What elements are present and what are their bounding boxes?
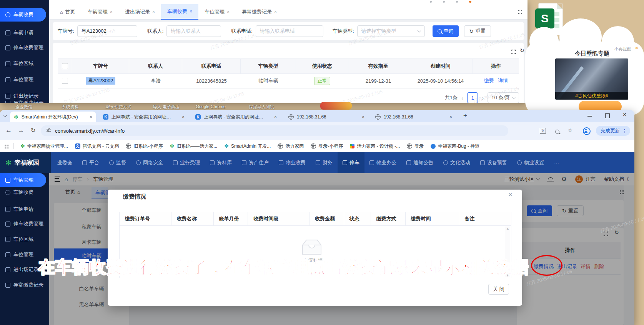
desktop-icon-label[interactable]: 导入·电子票据 bbox=[153, 104, 180, 110]
sidebar-item-vehicle-mgmt-active[interactable]: 车辆管理 bbox=[0, 173, 46, 187]
wallpaper-thumbnail[interactable]: #古风仙侠壁纸# bbox=[555, 58, 628, 100]
new-tab-icon[interactable]: + bbox=[463, 112, 467, 120]
sidebar-item-vehicle-charge[interactable]: 车辆收费 bbox=[0, 188, 49, 197]
tab-abnormal-records[interactable]: 异常缴费记录× bbox=[236, 5, 283, 19]
fullscreen-icon[interactable] bbox=[511, 49, 516, 53]
browser-tab-ip1[interactable]: 192.168.31.66× bbox=[285, 112, 368, 122]
menu-dots-icon[interactable]: ⋮ bbox=[622, 128, 627, 134]
nav-item-parking-active[interactable]: 停车 bbox=[338, 152, 364, 173]
nav-item-library[interactable]: 资料库 bbox=[205, 152, 237, 173]
bookmark-item[interactable]: 登录-小程序 bbox=[307, 143, 346, 150]
detail-link[interactable]: 详情 bbox=[498, 77, 508, 84]
maximize-icon[interactable] bbox=[605, 113, 610, 118]
dismiss-label[interactable]: 不再提醒 bbox=[614, 46, 631, 52]
close-icon[interactable]: × bbox=[227, 9, 230, 15]
bookmark-item[interactable]: 活力家园 bbox=[274, 143, 307, 150]
phone-input[interactable]: 请输入联系电话 bbox=[256, 25, 323, 37]
desktop-icon-label[interactable]: Xftp·快捷方式 bbox=[105, 104, 131, 110]
nav-item-device-alert[interactable]: 设备预警 bbox=[475, 152, 512, 173]
forward-icon[interactable]: → bbox=[18, 127, 24, 134]
sidebar-item-vehicle-apply[interactable]: 车辆申请 bbox=[0, 28, 49, 37]
modal-close-icon[interactable]: × bbox=[508, 191, 513, 199]
pay-link[interactable]: 缴费 bbox=[484, 77, 494, 84]
update-chip[interactable]: 完成更新 ⋮ bbox=[596, 126, 630, 136]
tab-space-mgmt[interactable]: 车位管理× bbox=[198, 5, 236, 19]
modal-close-button[interactable]: 关 闭 bbox=[488, 284, 509, 295]
close-icon[interactable]: × bbox=[362, 114, 364, 120]
nav-item-business[interactable]: 业务受理 bbox=[168, 152, 205, 173]
close-icon[interactable]: × bbox=[274, 9, 277, 15]
tab-home[interactable]: ⌂首页 bbox=[54, 5, 82, 19]
bookmark-item[interactable]: 登录 bbox=[403, 143, 427, 150]
nav-item-office[interactable]: 物业办公 bbox=[364, 152, 401, 173]
bookmark-star-icon[interactable]: ☆ bbox=[567, 127, 572, 134]
tab-inout-records[interactable]: 进出场记录× bbox=[119, 5, 161, 19]
bookmark-item[interactable]: ✻幸福家园物业管理... bbox=[17, 143, 72, 150]
browser-tab-smartadmin[interactable]: ✻SmartAdmin 开发环境(Dev)× bbox=[10, 112, 96, 122]
contact-input[interactable]: 请输入联系人 bbox=[166, 25, 221, 37]
close-icon[interactable]: × bbox=[110, 9, 113, 15]
nav-item-network-security[interactable]: 网络安全 bbox=[131, 152, 168, 173]
sidebar-item-abnormal-records[interactable]: 异常缴费记录 bbox=[0, 98, 49, 103]
close-icon[interactable]: × bbox=[152, 9, 155, 15]
sidebar-item-parking-fee[interactable]: 停车收费管理 bbox=[0, 43, 49, 52]
prev-page-icon[interactable]: ‹ bbox=[461, 95, 463, 101]
close-icon[interactable]: × bbox=[449, 114, 452, 120]
refresh-icon[interactable]: ↻ bbox=[520, 47, 524, 53]
sidebar-item-vehicle-apply[interactable]: 车辆申请 bbox=[0, 205, 49, 214]
nav-item-notice[interactable]: 通知公告 bbox=[401, 152, 438, 173]
nav-item-property-fee[interactable]: 物业收费 bbox=[274, 152, 311, 173]
popup-close-icon[interactable]: × bbox=[635, 45, 638, 51]
bookmark-item[interactable]: 文腾讯文档 - 云文档 bbox=[72, 143, 123, 150]
nav-item-culture[interactable]: 文化活动 bbox=[438, 152, 475, 173]
row-checkbox[interactable] bbox=[62, 78, 68, 84]
nav-item-assets[interactable]: 资产住户 bbox=[237, 152, 274, 173]
nav-item-supervision[interactable]: 监督 bbox=[104, 152, 131, 173]
desktop-icon-label[interactable]: Google Chrome bbox=[196, 104, 226, 109]
select-all-checkbox[interactable] bbox=[62, 63, 68, 69]
desktop-icon-label[interactable]: 企业微信 bbox=[15, 104, 32, 110]
zoom-icon[interactable] bbox=[555, 130, 559, 134]
scroll-up-icon[interactable]: ▲ bbox=[506, 227, 509, 230]
sidebar-item-space-mgmt[interactable]: 车位管理 bbox=[0, 75, 49, 84]
translate-icon[interactable]: 文 bbox=[540, 128, 546, 134]
sidebar-item-space-area[interactable]: 车位区域 bbox=[0, 235, 49, 244]
back-icon[interactable]: ← bbox=[5, 127, 12, 134]
bookmark-item[interactable]: 旧系统-小程序 bbox=[122, 143, 166, 150]
sidebar-item-vehicle-charge-active[interactable]: 车辆收费 bbox=[0, 8, 46, 22]
browser-tab-nav2[interactable]: K上网导航 - 安全实用的网址导航× bbox=[191, 112, 281, 122]
bookmark-item[interactable]: 活力家园 - 设计稿 -... bbox=[346, 143, 403, 150]
tab-vehicle-mgmt[interactable]: 车辆管理× bbox=[82, 5, 119, 19]
address-bar[interactable]: console.smartxfjy.cn/#/car-info bbox=[41, 125, 508, 136]
table-row[interactable]: 粤A123002 李浩 18223645825 临时车辆 正常 2199-12-… bbox=[58, 73, 519, 89]
sidebar-item-parking-fee[interactable]: 停车收费管理 bbox=[0, 219, 49, 228]
apps-grid-icon[interactable] bbox=[4, 144, 9, 149]
sidebar-item-abnormal-records[interactable]: 异常缴费记录 bbox=[0, 280, 49, 290]
nav-item-more[interactable]: ⋯ bbox=[549, 152, 564, 173]
close-icon[interactable]: × bbox=[182, 114, 185, 120]
profile-avatar-icon[interactable] bbox=[583, 127, 591, 135]
nav-item-finance[interactable]: 财务 bbox=[311, 152, 338, 173]
nav-item-committee[interactable]: 业委会 bbox=[52, 152, 77, 173]
bookmark-item[interactable]: ✻旧系统——活力家... bbox=[166, 143, 221, 150]
desktop-icon-label[interactable]: 系统资料 bbox=[62, 104, 79, 110]
site-settings-icon[interactable] bbox=[46, 127, 51, 134]
bookmark-item[interactable]: ✻SmartAdmin 开发... bbox=[221, 143, 274, 150]
bookmark-item[interactable]: 幸福家园-Bug - 禅道 bbox=[427, 143, 483, 150]
browser-tab-ip2[interactable]: 192.168.31.66× bbox=[371, 112, 456, 122]
reload-icon[interactable]: ↻ bbox=[31, 127, 36, 134]
close-icon[interactable]: × bbox=[274, 114, 277, 120]
close-icon[interactable]: × bbox=[190, 9, 192, 14]
tab-overview-icon[interactable] bbox=[518, 9, 523, 14]
nav-item-platform[interactable]: 平台 bbox=[77, 152, 104, 173]
search-button[interactable]: 查询 bbox=[433, 25, 459, 37]
nav-item-settings[interactable]: 物业设置 bbox=[512, 152, 549, 173]
reset-button[interactable]: ↻重置 bbox=[464, 25, 491, 37]
close-icon[interactable]: × bbox=[90, 114, 92, 120]
desktop-icon-label[interactable]: 房屋导入测试 bbox=[249, 104, 274, 110]
browser-tab-nav1[interactable]: K上网导航 - 安全实用的网址导航× bbox=[99, 112, 188, 122]
tab-vehicle-charge-active[interactable]: 车辆收费× bbox=[161, 4, 198, 20]
minimize-icon[interactable] bbox=[587, 116, 592, 117]
sidebar-item-space-area[interactable]: 车位区域 bbox=[0, 59, 49, 68]
window-close-icon[interactable]: × bbox=[623, 111, 626, 118]
